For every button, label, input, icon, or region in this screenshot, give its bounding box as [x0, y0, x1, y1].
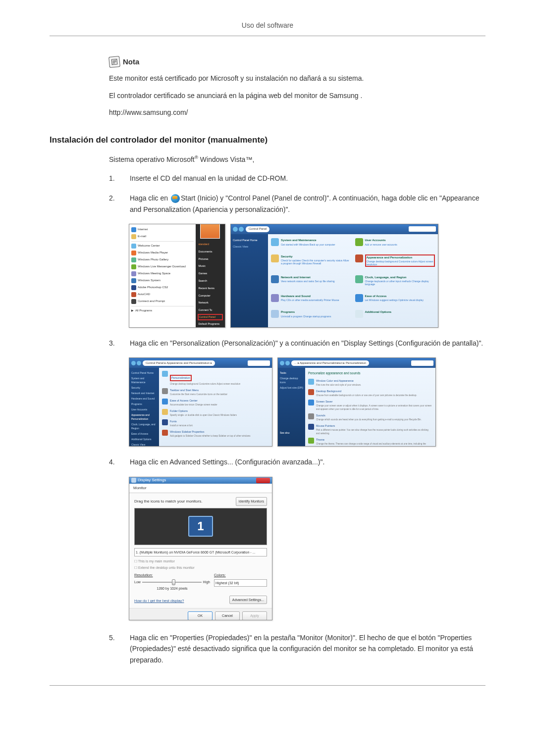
step-num: 5. [109, 632, 119, 643]
step-5: 5. Haga clic en "Properties (Propiedades… [109, 632, 485, 665]
footer-rule [50, 685, 485, 686]
apply-button[interactable]: Apply [242, 611, 267, 620]
screenshot-control-panel: Control Panel Control Panel Home Classic… [230, 224, 438, 328]
tab-monitor[interactable]: Monitor [129, 484, 272, 494]
close-icon[interactable] [256, 478, 270, 483]
note-icon [108, 56, 120, 68]
note-block: Nota Este monitor está certificado por M… [109, 56, 485, 118]
window-title: Display Settings [138, 477, 166, 484]
step-text: Haga clic en "Personalization (Personali… [130, 338, 485, 349]
note-line-2: El controlador certificado se anunciará … [109, 90, 485, 101]
resolution-slider[interactable]: Low High [134, 579, 210, 585]
colors-label: Colors: [214, 572, 267, 578]
screenshot-display-settings: Display Settings Monitor Drag the icons … [129, 477, 272, 620]
identify-monitors-button[interactable]: Identify Monitors [236, 497, 267, 505]
best-display-link[interactable]: How do I get the best display? [134, 598, 184, 604]
screenshot-row-1: Internet E-mail Welcome Center Windows M… [129, 224, 485, 328]
section-heading: Instalación del controlador del monitor … [50, 133, 485, 147]
step-1: 1. Inserte el CD del manual en la unidad… [109, 173, 485, 184]
step-text: Haga clic en Advanced Settings... (Confi… [130, 456, 485, 467]
screenshot-row-2: Control Panel ▸ Appearance and Personali… [129, 357, 485, 447]
resolution-value: 1280 by 1024 pixels [134, 586, 210, 591]
monitor-select[interactable]: 1. (Multiple Monitors) on NVIDIA GeForce… [134, 548, 267, 556]
monitor-1[interactable]: 1 [188, 516, 213, 537]
step-text: Haga clic en Start (Inicio) y "Control P… [130, 193, 485, 215]
window-icon [131, 478, 136, 483]
step-4: 4. Haga clic en Advanced Settings... (Co… [109, 456, 485, 467]
check-extend-desktop[interactable]: ☐ Extend the desktop onto this monitor [134, 565, 267, 570]
screenshot-appearance-personalization: Control Panel ▸ Appearance and Personali… [129, 357, 272, 447]
os-line: Sistema operativo Microsoft® Windows Vis… [109, 153, 485, 165]
advanced-settings-button[interactable]: Advanced Settings... [229, 596, 267, 604]
step-num: 3. [109, 338, 119, 349]
resolution-label: Resolution: [134, 572, 210, 578]
page-header: Uso del software [50, 20, 485, 36]
step-2: 2. Haga clic en Start (Inicio) y "Contro… [109, 193, 485, 215]
screenshot-personalization: ... ▸ Appearance and Personalization ▸ P… [277, 357, 436, 447]
note-url: http://www.samsung.com/ [109, 107, 485, 118]
note-label: Nota [123, 56, 139, 68]
step-num: 4. [109, 456, 119, 467]
note-line-1: Este monitor está certificado por Micros… [109, 73, 485, 84]
cancel-button[interactable]: Cancel [215, 611, 240, 620]
ok-button[interactable]: OK [188, 611, 213, 620]
step-num: 1. [109, 173, 119, 184]
screenshot-start-menu: Internet E-mail Welcome Center Windows M… [129, 224, 225, 328]
step-text: Inserte el CD del manual en la unidad de… [130, 173, 485, 184]
step-3: 3. Haga clic en "Personalization (Person… [109, 338, 485, 349]
check-main-monitor[interactable]: ☐ This is my main monitor [134, 558, 267, 564]
windows-start-icon [171, 194, 180, 203]
step-num: 2. [109, 193, 119, 203]
colors-select[interactable]: Highest (32 bit) [214, 579, 267, 587]
step-text: Haga clic en "Properties (Propiedades)" … [130, 632, 485, 665]
drag-label: Drag the icons to match your monitors. [134, 499, 202, 505]
monitor-preview[interactable]: 1 [134, 508, 267, 545]
